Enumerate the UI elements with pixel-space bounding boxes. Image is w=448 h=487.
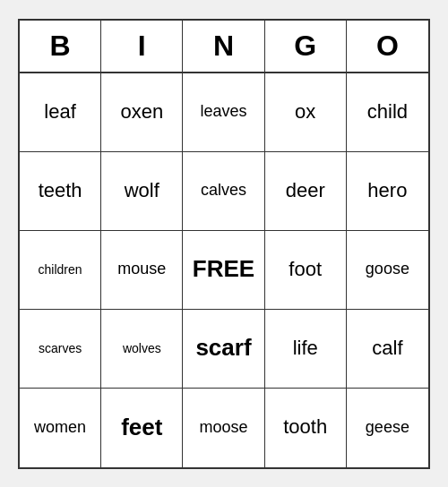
bingo-cell: scarf [183,310,264,389]
bingo-cell: FREE [183,231,264,310]
bingo-cell: wolves [101,310,183,389]
bingo-cell: life [265,310,347,389]
cell-text: ox [295,100,315,124]
header-letter: B [20,21,101,72]
cell-text: moose [199,418,247,438]
cell-text: calf [372,337,402,360]
cell-text: feet [121,414,162,441]
cell-text: calves [201,181,246,201]
bingo-cell: tooth [265,389,347,467]
cell-text: mouse [117,260,166,279]
cell-text: oxen [120,100,163,124]
cell-text: hero [367,179,407,202]
header-letter: N [183,21,264,72]
bingo-cell: leaf [20,73,101,152]
cell-text: scarf [195,334,251,362]
bingo-cell: calf [347,310,428,389]
header-letter: O [347,21,428,72]
cell-text: leaf [44,100,75,124]
bingo-cell: women [20,389,101,467]
bingo-cell: geese [347,389,428,467]
cell-text: deer [286,179,325,202]
header-letter: I [101,21,183,72]
bingo-cell: feet [101,389,183,467]
header-letter: G [265,21,347,72]
cell-text: child [367,100,408,124]
bingo-cell: teeth [20,152,101,231]
bingo-cell: oxen [101,73,183,152]
bingo-cell: scarves [20,310,101,389]
bingo-cell: foot [265,231,347,310]
bingo-cell: children [20,231,101,310]
bingo-cell: calves [183,152,264,231]
bingo-cell: child [347,73,428,152]
cell-text: wolf [125,179,159,202]
cell-text: goose [366,260,409,279]
bingo-grid: leafoxenleavesoxchildteethwolfcalvesdeer… [20,73,428,467]
bingo-cell: deer [265,152,347,231]
cell-text: geese [366,418,409,438]
bingo-cell: moose [183,389,264,467]
bingo-cell: hero [347,152,428,231]
cell-text: tooth [283,415,327,439]
bingo-card: BINGO leafoxenleavesoxchildteethwolfcalv… [18,19,430,469]
cell-text: FREE [193,255,254,283]
cell-text: leaves [200,102,246,122]
bingo-cell: ox [265,73,347,152]
bingo-header: BINGO [20,21,428,73]
cell-text: foot [289,258,322,281]
cell-text: life [293,337,318,360]
bingo-cell: goose [347,231,428,310]
cell-text: wolves [123,341,161,356]
cell-text: children [39,262,82,278]
bingo-cell: wolf [101,152,183,231]
cell-text: teeth [39,179,82,202]
cell-text: women [34,418,86,438]
bingo-cell: leaves [183,73,264,152]
bingo-cell: mouse [101,231,183,310]
cell-text: scarves [39,341,82,356]
